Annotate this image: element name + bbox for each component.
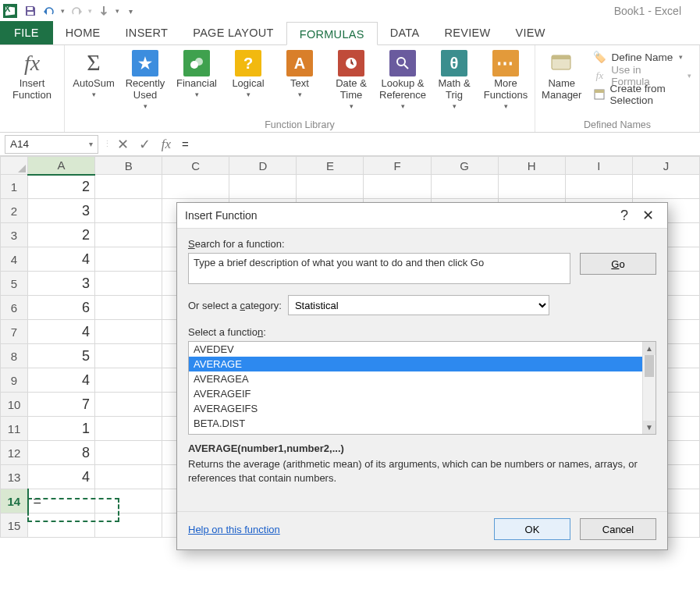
go-button[interactable]: Go [580, 253, 656, 275]
row-header[interactable]: 9 [1, 368, 28, 393]
col-header-B[interactable]: B [95, 157, 162, 175]
cell[interactable] [297, 175, 364, 199]
row-header[interactable]: 10 [1, 393, 28, 417]
tab-file[interactable]: FILE [0, 21, 53, 44]
row-header[interactable]: 2 [1, 199, 28, 223]
cell[interactable]: 2 [28, 223, 95, 247]
tab-data[interactable]: DATA [378, 21, 432, 44]
help-link[interactable]: Help on this function [188, 524, 280, 535]
cell[interactable] [162, 175, 229, 199]
cell[interactable] [95, 465, 162, 489]
qat-customize-icon[interactable]: ▾ [127, 7, 134, 16]
formula-input[interactable] [177, 135, 700, 154]
row-header[interactable]: 5 [1, 272, 28, 296]
close-icon[interactable]: ✕ [636, 207, 659, 224]
row-header[interactable]: 15 [1, 514, 28, 538]
category-select[interactable]: Statistical [288, 295, 549, 315]
use-in-formula-button[interactable]: fx Use in Formula ▾ [593, 67, 693, 84]
function-list-item[interactable]: AVERAGEIFS [189, 401, 656, 416]
cell[interactable]: 6 [28, 296, 95, 320]
cancel-formula-icon[interactable]: ✕ [112, 133, 133, 155]
name-manager-button[interactable]: Name Manager [542, 48, 582, 101]
function-list-item[interactable]: AVERAGEIF [189, 386, 656, 401]
cell[interactable] [95, 514, 162, 538]
cell[interactable] [95, 199, 162, 223]
undo-icon[interactable] [41, 2, 58, 20]
cell[interactable] [95, 247, 162, 272]
cell[interactable]: 4 [28, 368, 95, 393]
scroll-thumb[interactable] [645, 355, 654, 377]
create-from-selection-button[interactable]: Create from Selection [593, 86, 693, 103]
cell[interactable]: = [28, 489, 95, 514]
cell[interactable]: 1 [28, 417, 95, 441]
touch-mode-icon[interactable] [95, 2, 112, 20]
cell[interactable] [95, 223, 162, 247]
logical-button[interactable]: ?Logical▾ [226, 48, 271, 98]
cell[interactable] [95, 417, 162, 441]
col-header-A[interactable]: A [28, 157, 95, 175]
cell[interactable]: 4 [28, 247, 95, 272]
cell[interactable]: 7 [28, 393, 95, 417]
scroll-down-icon[interactable]: ▼ [643, 421, 656, 434]
function-list-item[interactable]: AVERAGE [189, 357, 656, 371]
function-list-item[interactable]: BETA.DIST [189, 416, 656, 431]
col-header-C[interactable]: C [162, 157, 229, 175]
search-function-input[interactable]: Type a brief description of what you wan… [188, 253, 570, 284]
col-header-H[interactable]: H [498, 157, 565, 175]
row-header[interactable]: 1 [1, 175, 28, 199]
row-header[interactable]: 13 [1, 465, 28, 489]
row-header[interactable]: 6 [1, 296, 28, 320]
cell[interactable] [95, 368, 162, 393]
row-header[interactable]: 11 [1, 417, 28, 441]
cell[interactable]: 3 [28, 272, 95, 296]
function-list-item[interactable]: AVEDEV [189, 342, 656, 357]
function-list-item[interactable]: AVERAGEA [189, 371, 656, 386]
cell[interactable] [95, 296, 162, 320]
save-icon[interactable] [22, 2, 39, 20]
row-header[interactable]: 4 [1, 247, 28, 272]
cell[interactable] [28, 514, 95, 538]
cell[interactable] [431, 175, 498, 199]
cell[interactable] [95, 320, 162, 344]
cell[interactable]: 2 [28, 175, 95, 199]
row-header[interactable]: 7 [1, 320, 28, 344]
col-header-D[interactable]: D [229, 157, 297, 175]
row-header[interactable]: 12 [1, 441, 28, 465]
redo-dropdown-icon[interactable]: ▾ [87, 7, 94, 15]
cell[interactable] [95, 441, 162, 465]
help-icon[interactable]: ? [613, 208, 636, 224]
tab-insert[interactable]: INSERT [113, 21, 181, 44]
financial-button[interactable]: Financial▾ [174, 48, 219, 98]
function-list-item[interactable]: BETA.INV [189, 431, 656, 435]
cell[interactable]: 4 [28, 320, 95, 344]
tab-view[interactable]: VIEW [503, 21, 557, 44]
undo-dropdown-icon[interactable]: ▾ [59, 7, 66, 15]
chevron-down-icon[interactable]: ▾ [89, 140, 93, 148]
cancel-button[interactable]: Cancel [580, 518, 656, 540]
tab-home[interactable]: HOME [53, 21, 113, 44]
col-header-I[interactable]: I [565, 157, 632, 175]
cell[interactable] [498, 175, 565, 199]
fx-icon[interactable]: fx [155, 133, 177, 155]
name-box[interactable]: A14 ▾ [5, 135, 98, 154]
text-button[interactable]: AText▾ [277, 48, 322, 98]
cell[interactable] [229, 175, 297, 199]
scrollbar[interactable]: ▲ ▼ [642, 342, 656, 434]
cell[interactable] [565, 175, 632, 199]
cell[interactable] [95, 272, 162, 296]
row-header[interactable]: 14 [1, 489, 28, 514]
dialog-titlebar[interactable]: Insert Function ? ✕ [177, 203, 667, 228]
cell[interactable] [632, 175, 699, 199]
scroll-up-icon[interactable]: ▲ [643, 342, 656, 355]
cell[interactable]: 4 [28, 465, 95, 489]
row-header[interactable]: 8 [1, 344, 28, 368]
cell[interactable] [95, 393, 162, 417]
more-button[interactable]: ⋯More Functions▾ [483, 48, 528, 110]
cell[interactable] [95, 344, 162, 368]
mathtrig-button[interactable]: θMath & Trig▾ [432, 48, 477, 110]
redo-icon[interactable] [68, 2, 85, 20]
datetime-button[interactable]: Date & Time▾ [329, 48, 374, 110]
define-name-button[interactable]: 🏷️ Define Name ▾ [593, 48, 693, 66]
enter-formula-icon[interactable]: ✓ [133, 133, 155, 155]
col-header-F[interactable]: F [364, 157, 431, 175]
